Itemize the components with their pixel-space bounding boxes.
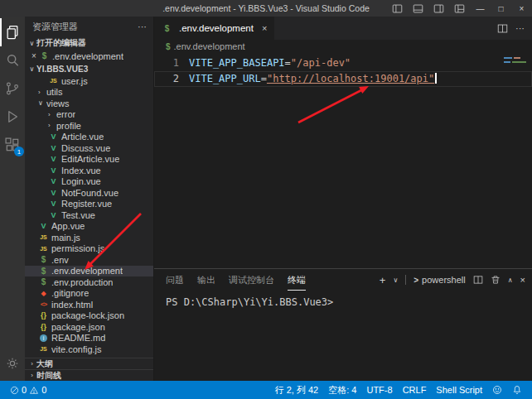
open-editors-header[interactable]: ∨ 打开的编辑器 bbox=[25, 36, 153, 50]
kill-terminal-icon[interactable] bbox=[491, 275, 501, 285]
file-tree-item[interactable]: VTest.vue bbox=[25, 209, 153, 221]
file-tree-item[interactable]: JSvite.config.js bbox=[25, 344, 153, 355]
file-tree-item[interactable]: VRegister.vue bbox=[25, 199, 153, 210]
tab-debug-console[interactable]: 调试控制台 bbox=[229, 269, 274, 291]
file-tree-item[interactable]: JSpermission.js bbox=[25, 243, 153, 255]
tab-problems[interactable]: 问题 bbox=[166, 269, 184, 291]
problems-indicator[interactable]: 0 0 bbox=[5, 381, 51, 399]
file-tree-item[interactable]: ◆.gitignore bbox=[25, 288, 153, 300]
folder-tree-item[interactable]: ›profile bbox=[25, 120, 153, 132]
json-file-icon: {} bbox=[38, 311, 49, 320]
notifications-bell-icon[interactable] bbox=[507, 381, 527, 399]
terminal-content[interactable]: PS D:\CSharp\Yi\Yi.BBS.Vue3> bbox=[154, 291, 532, 381]
explorer-icon[interactable] bbox=[0, 18, 25, 46]
code-text: VITE_APP_BASEAPI="/api-dev" bbox=[179, 55, 351, 71]
file-tree-item[interactable]: VDiscuss.vue bbox=[25, 142, 153, 154]
file-tree-item[interactable]: iREADME.md bbox=[25, 333, 153, 344]
sidebar-more-actions-icon[interactable]: ··· bbox=[138, 22, 153, 31]
file-name: .env.production bbox=[51, 277, 113, 287]
file-tree-item[interactable]: VEditArticle.vue bbox=[25, 154, 153, 166]
editor-actions: ··· bbox=[497, 17, 532, 40]
folder-tree-item[interactable]: ∨views bbox=[25, 98, 153, 109]
file-name: Index.vue bbox=[61, 166, 101, 175]
js-file-icon: JS bbox=[38, 346, 49, 352]
vue-file-icon: V bbox=[48, 189, 59, 197]
close-editor-icon[interactable]: × bbox=[29, 51, 39, 60]
language-mode[interactable]: Shell Script bbox=[431, 381, 487, 399]
settings-gear-icon[interactable] bbox=[0, 349, 25, 377]
file-tree-item-selected[interactable]: $.env.development bbox=[25, 266, 153, 277]
file-name: NotFound.vue bbox=[61, 188, 118, 198]
eol-setting[interactable]: CRLF bbox=[398, 381, 432, 399]
split-terminal-icon[interactable] bbox=[473, 275, 483, 285]
file-tree-item[interactable]: <>index.html bbox=[25, 299, 153, 310]
vue-file-icon: V bbox=[48, 166, 59, 175]
cursor-position[interactable]: 行 2, 列 42 bbox=[270, 381, 324, 399]
file-name: README.md bbox=[51, 333, 105, 343]
file-tree-item[interactable]: VNotFound.vue bbox=[25, 187, 153, 199]
file-tree-item[interactable]: VApp.vue bbox=[25, 221, 153, 233]
shellscript-file-icon: $ bbox=[38, 255, 49, 264]
folder-tree-item[interactable]: ›error bbox=[25, 109, 153, 121]
code-editor[interactable]: 1VITE_APP_BASEAPI="/api-dev" 2VITE_APP_U… bbox=[154, 53, 532, 268]
more-actions-icon[interactable]: ··· bbox=[515, 23, 525, 33]
file-tree-item[interactable]: JSmain.js bbox=[25, 232, 153, 243]
open-editor-item[interactable]: × $ .env.development bbox=[25, 50, 153, 62]
split-editor-icon[interactable] bbox=[497, 23, 508, 34]
file-tree-item[interactable]: $.env.production bbox=[25, 276, 153, 288]
toggle-secondary-sidebar-icon[interactable] bbox=[428, 0, 449, 17]
file-tree-item[interactable]: $.env bbox=[25, 254, 153, 266]
customize-layout-icon[interactable] bbox=[449, 0, 470, 17]
terminal-profile-dropdown[interactable]: >powershell bbox=[414, 275, 465, 285]
chevron-right-icon: › bbox=[38, 89, 46, 96]
outline-label: 大纲 bbox=[36, 358, 53, 370]
file-tree-item[interactable]: VArticle.vue bbox=[25, 132, 153, 143]
folder-tree-item[interactable]: ›utils bbox=[25, 87, 153, 99]
close-window-button[interactable]: × bbox=[511, 0, 532, 17]
workspace-header[interactable]: ∨ YI.BBS.VUE3 bbox=[25, 62, 153, 75]
toggle-sidebar-icon[interactable] bbox=[387, 0, 408, 17]
chevron-down-icon[interactable]: ∨ bbox=[393, 276, 398, 284]
file-tree-item[interactable]: {}package.json bbox=[25, 321, 153, 333]
source-control-icon[interactable] bbox=[0, 75, 25, 103]
error-count: 0 bbox=[22, 385, 27, 395]
toggle-panel-icon[interactable] bbox=[408, 0, 428, 17]
code-text: VITE_APP_URL="http://localhost:19001/api… bbox=[179, 71, 437, 87]
close-panel-icon[interactable]: × bbox=[520, 275, 525, 285]
minimize-button[interactable]: — bbox=[470, 0, 491, 17]
bottom-panel: 问题 输出 调试控制台 终端 + ∨ >powershell ∧ × bbox=[154, 268, 532, 381]
maximize-button[interactable]: □ bbox=[491, 0, 511, 17]
outline-section-header[interactable]: › 大纲 bbox=[25, 358, 153, 369]
encoding-setting[interactable]: UTF-8 bbox=[361, 381, 397, 399]
file-tree-item[interactable]: VIndex.vue bbox=[25, 165, 153, 176]
file-tree-item[interactable]: JSuser.js bbox=[25, 75, 153, 87]
tab-terminal[interactable]: 终端 bbox=[288, 269, 306, 291]
search-icon[interactable] bbox=[0, 46, 25, 75]
folder-name: profile bbox=[56, 121, 81, 131]
indentation-setting[interactable]: 空格: 4 bbox=[323, 381, 361, 399]
file-tree: JSuser.js ›utils ∨views ›error ›profile … bbox=[25, 75, 153, 358]
file-tree-item[interactable]: {}package-lock.json bbox=[25, 310, 153, 322]
close-tab-icon[interactable]: × bbox=[262, 23, 267, 33]
file-tree-item[interactable]: VLogin.vue bbox=[25, 176, 153, 188]
sidebar-title-row: 资源管理器 ··· bbox=[25, 17, 153, 36]
extensions-icon[interactable]: 1 bbox=[0, 131, 25, 159]
minimap[interactable] bbox=[504, 57, 526, 63]
breadcrumb-item[interactable]: .env.development bbox=[174, 41, 245, 51]
folder-name: views bbox=[46, 99, 70, 108]
chevron-right-icon: › bbox=[27, 360, 36, 368]
file-name: package-lock.json bbox=[51, 310, 124, 320]
run-debug-icon[interactable] bbox=[0, 103, 25, 131]
tab-output[interactable]: 输出 bbox=[197, 269, 215, 291]
breadcrumb[interactable]: $ .env.development bbox=[154, 40, 532, 53]
maximize-panel-icon[interactable]: ∧ bbox=[508, 276, 513, 284]
timeline-section-header[interactable]: › 时间线 bbox=[25, 369, 153, 381]
git-file-icon: ◆ bbox=[38, 290, 49, 297]
explorer-sidebar: 资源管理器 ··· ∨ 打开的编辑器 × $ .env.development … bbox=[25, 17, 154, 381]
json-file-icon: {} bbox=[38, 323, 49, 331]
tab-env-development[interactable]: $ .env.development × bbox=[154, 17, 274, 40]
new-terminal-icon[interactable]: + bbox=[380, 274, 386, 286]
extensions-badge: 1 bbox=[14, 147, 24, 156]
feedback-smiley-icon[interactable] bbox=[487, 381, 507, 399]
vue-file-icon: V bbox=[48, 211, 59, 219]
